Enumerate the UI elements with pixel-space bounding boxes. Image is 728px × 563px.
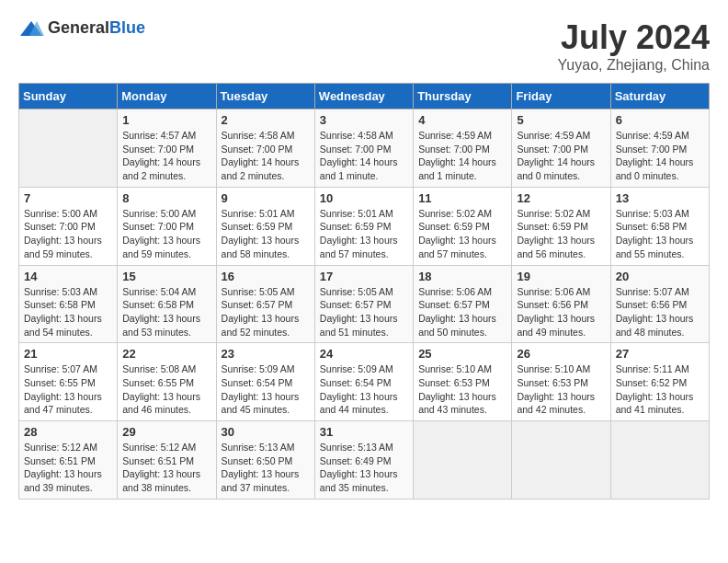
- day-cell: 23Sunrise: 5:09 AM Sunset: 6:54 PM Dayli…: [216, 343, 314, 421]
- day-cell: 29Sunrise: 5:12 AM Sunset: 6:51 PM Dayli…: [118, 421, 216, 500]
- day-cell: 26Sunrise: 5:10 AM Sunset: 6:53 PM Dayli…: [512, 343, 610, 421]
- day-info: Sunrise: 5:09 AM Sunset: 6:54 PM Dayligh…: [222, 362, 310, 417]
- day-cell: [512, 421, 610, 500]
- day-info: Sunrise: 4:58 AM Sunset: 7:00 PM Dayligh…: [320, 129, 408, 183]
- day-info: Sunrise: 5:05 AM Sunset: 6:57 PM Dayligh…: [222, 285, 310, 339]
- day-cell: 31Sunrise: 5:13 AM Sunset: 6:49 PM Dayli…: [314, 421, 413, 500]
- day-cell: 9Sunrise: 5:01 AM Sunset: 6:59 PM Daylig…: [216, 187, 314, 265]
- day-number: 30: [222, 425, 310, 439]
- day-number: 20: [616, 270, 704, 283]
- main-title: July 2024: [558, 18, 710, 57]
- day-info: Sunrise: 4:59 AM Sunset: 7:00 PM Dayligh…: [517, 129, 605, 183]
- day-number: 23: [222, 347, 310, 361]
- day-number: 7: [24, 191, 112, 205]
- day-cell: 27Sunrise: 5:11 AM Sunset: 6:52 PM Dayli…: [610, 343, 709, 421]
- day-number: 2: [222, 113, 310, 127]
- day-number: 14: [24, 270, 112, 283]
- day-info: Sunrise: 5:12 AM Sunset: 6:51 PM Dayligh…: [24, 441, 112, 495]
- logo: GeneralBlue: [18, 18, 145, 38]
- day-cell: 20Sunrise: 5:07 AM Sunset: 6:56 PM Dayli…: [610, 265, 709, 343]
- day-info: Sunrise: 5:08 AM Sunset: 6:55 PM Dayligh…: [122, 362, 210, 417]
- day-cell: [414, 421, 512, 500]
- day-info: Sunrise: 5:04 AM Sunset: 6:58 PM Dayligh…: [122, 285, 210, 339]
- day-info: Sunrise: 5:05 AM Sunset: 6:57 PM Dayligh…: [320, 285, 408, 339]
- day-cell: 22Sunrise: 5:08 AM Sunset: 6:55 PM Dayli…: [118, 343, 216, 421]
- day-info: Sunrise: 5:09 AM Sunset: 6:54 PM Dayligh…: [320, 362, 408, 417]
- day-number: 21: [24, 347, 112, 361]
- column-header-wednesday: Wednesday: [314, 84, 413, 109]
- week-row-5: 28Sunrise: 5:12 AM Sunset: 6:51 PM Dayli…: [19, 421, 710, 500]
- day-cell: 19Sunrise: 5:06 AM Sunset: 6:56 PM Dayli…: [512, 265, 610, 343]
- column-header-thursday: Thursday: [414, 84, 512, 109]
- day-number: 17: [320, 270, 408, 283]
- day-cell: 21Sunrise: 5:07 AM Sunset: 6:55 PM Dayli…: [19, 343, 118, 421]
- day-info: Sunrise: 5:02 AM Sunset: 6:59 PM Dayligh…: [517, 207, 605, 261]
- day-info: Sunrise: 4:59 AM Sunset: 7:00 PM Dayligh…: [616, 129, 704, 183]
- calendar-table: SundayMondayTuesdayWednesdayThursdayFrid…: [18, 83, 710, 500]
- day-cell: 7Sunrise: 5:00 AM Sunset: 7:00 PM Daylig…: [19, 187, 118, 265]
- column-header-tuesday: Tuesday: [216, 84, 314, 109]
- day-cell: 11Sunrise: 5:02 AM Sunset: 6:59 PM Dayli…: [414, 187, 512, 265]
- day-number: 5: [517, 113, 605, 127]
- calendar-body: 1Sunrise: 4:57 AM Sunset: 7:00 PM Daylig…: [19, 109, 710, 500]
- day-cell: 16Sunrise: 5:05 AM Sunset: 6:57 PM Dayli…: [216, 265, 314, 343]
- calendar-header: SundayMondayTuesdayWednesdayThursdayFrid…: [19, 84, 710, 109]
- day-info: Sunrise: 5:01 AM Sunset: 6:59 PM Dayligh…: [222, 207, 310, 261]
- day-info: Sunrise: 5:03 AM Sunset: 6:58 PM Dayligh…: [616, 207, 704, 261]
- day-info: Sunrise: 5:01 AM Sunset: 6:59 PM Dayligh…: [320, 207, 408, 261]
- day-number: 26: [517, 347, 605, 361]
- day-cell: 30Sunrise: 5:13 AM Sunset: 6:50 PM Dayli…: [216, 421, 314, 500]
- day-info: Sunrise: 5:02 AM Sunset: 6:59 PM Dayligh…: [418, 207, 506, 261]
- day-number: 12: [517, 191, 605, 205]
- day-cell: 14Sunrise: 5:03 AM Sunset: 6:58 PM Dayli…: [19, 265, 118, 343]
- day-cell: 8Sunrise: 5:00 AM Sunset: 7:00 PM Daylig…: [118, 187, 216, 265]
- page-header: GeneralBlue July 2024 Yuyao, Zhejiang, C…: [18, 18, 710, 74]
- day-number: 16: [222, 270, 310, 283]
- day-info: Sunrise: 4:57 AM Sunset: 7:00 PM Dayligh…: [122, 129, 210, 183]
- day-cell: 24Sunrise: 5:09 AM Sunset: 6:54 PM Dayli…: [314, 343, 413, 421]
- day-cell: 6Sunrise: 4:59 AM Sunset: 7:00 PM Daylig…: [610, 109, 709, 188]
- day-info: Sunrise: 5:13 AM Sunset: 6:49 PM Dayligh…: [320, 441, 408, 495]
- day-cell: 25Sunrise: 5:10 AM Sunset: 6:53 PM Dayli…: [414, 343, 512, 421]
- day-number: 18: [418, 270, 506, 283]
- day-number: 22: [122, 347, 210, 361]
- day-number: 15: [122, 270, 210, 283]
- day-info: Sunrise: 5:10 AM Sunset: 6:53 PM Dayligh…: [517, 362, 605, 417]
- day-cell: 18Sunrise: 5:06 AM Sunset: 6:57 PM Dayli…: [414, 265, 512, 343]
- title-block: July 2024 Yuyao, Zhejiang, China: [558, 18, 710, 74]
- day-info: Sunrise: 5:00 AM Sunset: 7:00 PM Dayligh…: [24, 207, 112, 261]
- day-number: 19: [517, 270, 605, 283]
- day-cell: [610, 421, 709, 500]
- day-number: 29: [122, 425, 210, 439]
- day-info: Sunrise: 5:10 AM Sunset: 6:53 PM Dayligh…: [418, 362, 506, 417]
- day-number: 24: [320, 347, 408, 361]
- day-cell: 10Sunrise: 5:01 AM Sunset: 6:59 PM Dayli…: [314, 187, 413, 265]
- week-row-1: 1Sunrise: 4:57 AM Sunset: 7:00 PM Daylig…: [19, 109, 710, 188]
- week-row-4: 21Sunrise: 5:07 AM Sunset: 6:55 PM Dayli…: [19, 343, 710, 421]
- day-cell: 3Sunrise: 4:58 AM Sunset: 7:00 PM Daylig…: [314, 109, 413, 188]
- day-info: Sunrise: 5:06 AM Sunset: 6:57 PM Dayligh…: [418, 285, 506, 339]
- day-cell: 17Sunrise: 5:05 AM Sunset: 6:57 PM Dayli…: [314, 265, 413, 343]
- day-info: Sunrise: 5:07 AM Sunset: 6:56 PM Dayligh…: [616, 285, 704, 339]
- day-number: 31: [320, 425, 408, 439]
- column-header-friday: Friday: [512, 84, 610, 109]
- day-number: 1: [122, 113, 210, 127]
- column-header-saturday: Saturday: [610, 84, 709, 109]
- subtitle: Yuyao, Zhejiang, China: [558, 57, 710, 74]
- day-number: 28: [24, 425, 112, 439]
- day-info: Sunrise: 5:11 AM Sunset: 6:52 PM Dayligh…: [616, 362, 704, 417]
- day-cell: 5Sunrise: 4:59 AM Sunset: 7:00 PM Daylig…: [512, 109, 610, 188]
- day-number: 3: [320, 113, 408, 127]
- logo-blue: Blue: [109, 18, 145, 37]
- week-row-3: 14Sunrise: 5:03 AM Sunset: 6:58 PM Dayli…: [19, 265, 710, 343]
- day-cell: 1Sunrise: 4:57 AM Sunset: 7:00 PM Daylig…: [118, 109, 216, 188]
- day-number: 25: [418, 347, 506, 361]
- day-number: 27: [616, 347, 704, 361]
- day-info: Sunrise: 5:13 AM Sunset: 6:50 PM Dayligh…: [222, 441, 310, 495]
- day-number: 8: [122, 191, 210, 205]
- day-cell: 28Sunrise: 5:12 AM Sunset: 6:51 PM Dayli…: [19, 421, 118, 500]
- day-number: 4: [418, 113, 506, 127]
- day-info: Sunrise: 5:00 AM Sunset: 7:00 PM Dayligh…: [122, 207, 210, 261]
- day-number: 13: [616, 191, 704, 205]
- week-row-2: 7Sunrise: 5:00 AM Sunset: 7:00 PM Daylig…: [19, 187, 710, 265]
